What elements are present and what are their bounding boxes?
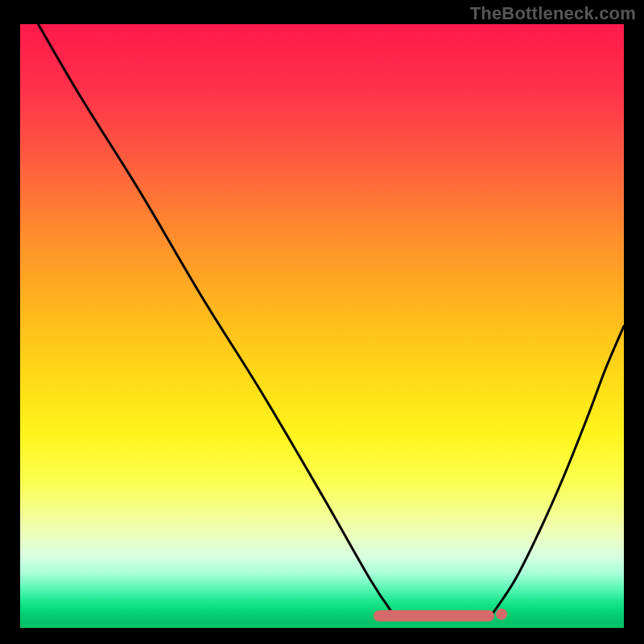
chart-frame: TheBottleneck.com — [0, 0, 644, 644]
curve-right-ascent — [491, 326, 624, 616]
curve-left-descent — [39, 24, 395, 616]
curve-layer — [20, 24, 624, 628]
highlight-dot — [496, 609, 507, 620]
highlight-band — [374, 610, 495, 621]
watermark-text: TheBottleneck.com — [470, 3, 636, 24]
plot-area — [20, 24, 624, 628]
